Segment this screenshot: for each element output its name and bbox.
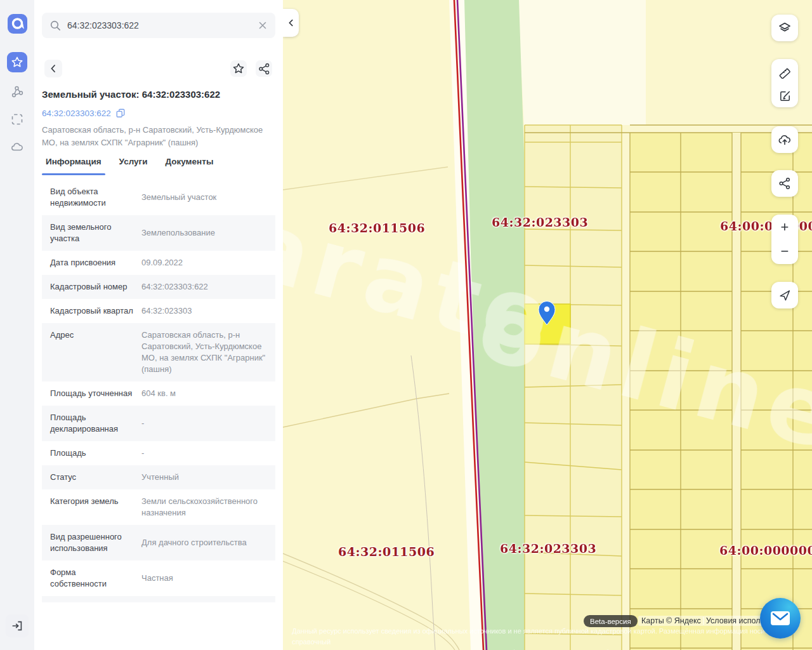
zoom-out-label: − — [781, 244, 789, 258]
sign-in-icon — [10, 619, 24, 633]
search-icon — [49, 20, 62, 32]
map-disclaimer: Данный ресурс использует сведения из офи… — [292, 626, 803, 650]
search-input[interactable] — [67, 20, 252, 30]
tab-documents[interactable]: Документы — [166, 157, 214, 173]
disclaimer-line: характер, не имеет юридической силы и не… — [292, 647, 803, 650]
row-value: - — [141, 418, 144, 429]
exit-button[interactable] — [6, 614, 29, 637]
collapse-panel-button[interactable] — [283, 9, 299, 37]
app: Земельный участок: 64:32:023303:622 64:3… — [0, 0, 812, 650]
cadastral-number-link[interactable]: 64:32:023303:622 — [42, 109, 111, 118]
table-row: Форма собственности Частная — [42, 560, 275, 596]
ruler-icon — [778, 64, 792, 79]
table-row: Кадастровый квартал 64:32:023303 — [42, 299, 275, 323]
search-bar — [42, 13, 275, 38]
table-row: Площадь декларированная - — [42, 406, 275, 441]
row-value: Саратовская область, р-н Саратовский, Ус… — [141, 329, 268, 375]
sidebar-item-cloud[interactable] — [7, 137, 27, 157]
sidebar-rail — [0, 0, 34, 650]
close-icon[interactable] — [258, 20, 268, 30]
polygon-nodes-icon — [10, 84, 25, 99]
map-canvas[interactable]: arato online 64:32:011506 64:32:023303 6… — [283, 0, 812, 650]
mail-icon — [770, 610, 790, 627]
tab-information[interactable]: Информация — [46, 157, 102, 173]
row-value: 09.09.2022 — [141, 257, 183, 269]
row-value: Учтенный — [141, 472, 179, 483]
layers-button[interactable] — [771, 15, 798, 41]
row-label: Вид разрешенного использования — [50, 531, 133, 554]
chevron-left-icon — [48, 63, 58, 74]
star-outline-icon — [232, 62, 246, 76]
details-header — [42, 60, 275, 77]
select-area-icon — [10, 112, 25, 127]
draw-button[interactable] — [771, 83, 798, 107]
map-copyright[interactable]: Карты © Яндекс — [638, 616, 704, 626]
edit-square-icon — [778, 88, 792, 103]
cloud-icon — [10, 140, 25, 155]
quarter-label: 64:32:011506 — [338, 545, 435, 559]
row-label: Форма собственности — [50, 567, 133, 590]
details-panel: Земельный участок: 64:32:023303:622 64:3… — [34, 0, 283, 650]
table-row-partial — [42, 596, 275, 602]
row-value: - — [141, 448, 144, 459]
zoom-in-label: + — [781, 220, 789, 234]
measure-tools-group — [771, 59, 798, 107]
row-label: Вид земельного участка — [50, 222, 133, 244]
tab-services[interactable]: Услуги — [119, 157, 148, 173]
layers-icon — [777, 20, 792, 36]
sidebar-item-favorites[interactable] — [7, 52, 27, 72]
table-row: Вид объекта недвижимости Земельный участ… — [42, 180, 275, 215]
row-label: Площадь — [50, 448, 133, 459]
sidebar-item-select-area[interactable] — [7, 109, 27, 129]
row-label: Адрес — [50, 329, 133, 375]
row-value: Земельный участок — [141, 192, 216, 203]
disclaimer-line: Данный ресурс использует сведения из офи… — [292, 626, 803, 647]
zoom-out-button[interactable]: − — [771, 239, 798, 263]
table-row: Категория земель Земли сельскохозяйствен… — [42, 489, 275, 525]
row-label: Кадастровый квартал — [50, 305, 133, 317]
row-label: Категория земель — [50, 496, 133, 519]
row-value: Землепользование — [141, 227, 215, 239]
ruler-button[interactable] — [771, 59, 798, 83]
navigate-arrow-icon — [778, 288, 792, 302]
beta-badge: Beta-версия — [584, 615, 638, 627]
star-icon — [10, 55, 24, 69]
row-value: Земли сельскохозяйственного назначения — [141, 496, 268, 519]
table-row: Площадь - — [42, 441, 275, 465]
contact-button[interactable] — [760, 598, 801, 639]
share-icon — [778, 176, 792, 190]
upload-button[interactable] — [771, 126, 798, 153]
share-button[interactable] — [256, 60, 272, 77]
nspd-logo-icon — [8, 15, 27, 34]
table-row: Вид земельного участка Землепользование — [42, 215, 275, 251]
row-value: 64:32:023303:622 — [141, 281, 208, 293]
row-value: Частная — [141, 573, 173, 584]
row-label: Площадь декларированная — [50, 412, 133, 435]
no-data-zone — [518, 0, 646, 125]
table-row: Статус Учтенный — [42, 465, 275, 489]
row-label: Статус — [50, 472, 133, 483]
table-row: Адрес Саратовская область, р-н Саратовск… — [42, 323, 275, 381]
row-label: Дата присвоения — [50, 257, 133, 269]
quarter-label: 64:00:000000 — [720, 219, 812, 233]
copy-icon[interactable] — [115, 108, 126, 118]
chevron-left-icon — [287, 18, 296, 27]
table-row: Вид разрешенного использования Для дачно… — [42, 525, 275, 560]
nspd-logo[interactable] — [8, 14, 27, 34]
sidebar-item-measure[interactable] — [7, 81, 27, 102]
table-row: Кадастровый номер 64:32:023303:622 — [42, 275, 275, 299]
locate-button[interactable] — [771, 282, 798, 308]
quarter-label: 64:32:011506 — [329, 221, 425, 235]
cloud-upload-icon — [777, 132, 792, 147]
row-value: 604 кв. м — [141, 388, 176, 399]
quarter-label: 64:00:000000 — [719, 543, 812, 557]
back-button[interactable] — [44, 60, 62, 77]
favorite-button[interactable] — [230, 60, 247, 77]
address-text: Саратовская область, р-н Саратовский, Ус… — [42, 124, 273, 149]
zoom-controls: + − — [771, 215, 798, 264]
row-label: Вид объекта недвижимости — [50, 186, 133, 209]
tabs: Информация Услуги Документы — [46, 157, 213, 173]
map-share-button[interactable] — [771, 170, 798, 197]
cadastral-link-row: 64:32:023303:622 — [42, 108, 126, 118]
zoom-in-button[interactable]: + — [771, 215, 798, 239]
